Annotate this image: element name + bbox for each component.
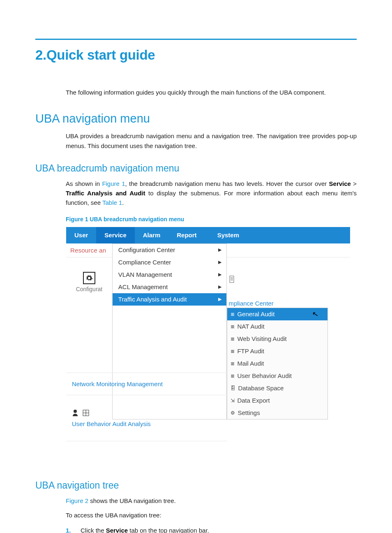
sm-user-behavior-audit[interactable]: ≣User Behavior Audit — [227, 370, 327, 382]
link-figure-1[interactable]: Figure 1 — [102, 180, 125, 187]
intro-para: The following information guides you qui… — [66, 88, 357, 97]
bold-service-2: Service — [106, 527, 128, 533]
section1-para: UBA provides a breadcrumb navigation men… — [66, 131, 357, 151]
chevron-right-icon: ▶ — [218, 247, 221, 253]
sub2-p2: To access the UBA navigation tree: — [66, 510, 357, 520]
sm-label: NAT Audit — [237, 323, 264, 330]
dd-acl-management[interactable]: ACL Management▶ — [113, 281, 227, 293]
menu-alarm[interactable]: Alarm — [135, 227, 169, 243]
txt: shows the UBA navigation tree. — [88, 497, 176, 504]
txt: tab on the top navigation bar. — [128, 527, 209, 533]
chevron-right-icon: ▶ — [218, 260, 221, 265]
txt: > — [351, 180, 357, 187]
configurat-label: Configurat — [76, 286, 103, 292]
step-1: 1. Click the Service tab on the top navi… — [66, 526, 357, 533]
txt: Click the — [81, 527, 106, 533]
gear-icon: ⚙ — [231, 410, 235, 416]
chevron-right-icon: ▶ — [218, 297, 221, 302]
sm-data-export[interactable]: ⇲Data Export — [227, 394, 327, 407]
txt: . — [122, 199, 124, 206]
list-icon: ≣ — [231, 361, 235, 366]
export-icon: ⇲ — [231, 398, 235, 403]
resource-cell[interactable]: Resource an — [66, 243, 112, 257]
svg-rect-0 — [230, 276, 234, 283]
cell-label: User Behavior Audit Analysis — [72, 420, 227, 427]
configurat-cell[interactable]: Configurat — [66, 257, 112, 307]
sm-database-space[interactable]: 🗄Database Space — [227, 382, 327, 394]
menu-report[interactable]: Report — [168, 227, 205, 243]
resource-label: Resource an — [70, 247, 106, 254]
dd-label: Compliance Center — [118, 259, 171, 266]
doc-icon — [229, 276, 235, 284]
link-figure-2[interactable]: Figure 2 — [66, 497, 88, 504]
cursor-icon: ↖ — [312, 309, 320, 319]
sm-label: Settings — [238, 409, 260, 416]
svg-point-4 — [74, 410, 77, 413]
menu-service[interactable]: Service — [96, 227, 134, 243]
database-icon: 🗄 — [231, 385, 235, 391]
top-rule — [35, 39, 357, 40]
cell-network-monitoring[interactable]: Network Monitoring Management — [66, 373, 227, 395]
gear-icon — [83, 272, 95, 284]
sub1-para: As shown in Figure 1, the breadcrumb nav… — [66, 179, 357, 208]
partial-compliance-text: mpliance Center — [228, 300, 273, 307]
dd-traffic-analysis-audit[interactable]: Traffic Analysis and Audit▶ — [113, 293, 227, 306]
dd-label: Traffic Analysis and Audit — [118, 296, 187, 303]
list-icon: ≣ — [231, 373, 235, 379]
list-icon: ≣ — [231, 348, 235, 354]
sm-label: FTP Audit — [237, 348, 264, 355]
sm-label: General Audit — [237, 311, 274, 317]
subsection-breadcrumb: UBA breadcrumb navigation menu — [35, 163, 357, 174]
list-icon: ≣ — [231, 311, 235, 317]
subsection-nav-tree: UBA navigation tree — [35, 480, 357, 491]
link-table-1[interactable]: Table 1 — [102, 199, 122, 206]
sm-nat-audit[interactable]: ≣NAT Audit — [227, 320, 327, 333]
sm-settings[interactable]: ⚙Settings — [227, 407, 327, 419]
chapter-title: 2.Quick start guide — [35, 47, 357, 63]
step-number: 1. — [66, 526, 73, 533]
traffic-submenu: ≣General Audit↖ ≣NAT Audit ≣Web Visiting… — [227, 308, 328, 419]
dd-label: VLAN Management — [118, 271, 172, 278]
sm-label: Web Visiting Audit — [237, 335, 286, 342]
menubar: User Service Alarm Report System — [66, 227, 350, 243]
cell-user-behavior-audit-analysis[interactable]: User Behavior Audit Analysis — [66, 395, 227, 441]
dd-label: ACL Management — [118, 283, 168, 290]
dd-vlan-management[interactable]: VLAN Management▶ — [113, 269, 227, 281]
dd-compliance-center[interactable]: Compliance Center▶ — [113, 256, 227, 269]
user-icon — [72, 409, 80, 417]
list-icon: ≣ — [231, 336, 235, 342]
menu-user[interactable]: User — [66, 227, 96, 243]
bold-traffic: Traffic Analysis and Audit — [66, 190, 145, 197]
section-uba-nav-menu: UBA navigation menu — [35, 112, 357, 125]
list-icon: ≣ — [231, 324, 235, 329]
sm-label: Database Space — [238, 385, 284, 392]
txt: , the breadcrumb navigation menu has two… — [125, 180, 329, 187]
txt: As shown in — [66, 180, 102, 187]
menu-system[interactable]: System — [205, 227, 247, 243]
step-text: Click the Service tab on the top navigat… — [81, 526, 209, 533]
sm-mail-audit[interactable]: ≣Mail Audit — [227, 357, 327, 370]
sm-ftp-audit[interactable]: ≣FTP Audit — [227, 345, 327, 357]
sm-web-visiting-audit[interactable]: ≣Web Visiting Audit — [227, 333, 327, 345]
sm-label: Mail Audit — [237, 360, 264, 367]
dd-label: Configuration Center — [118, 246, 175, 253]
grid-icon — [83, 410, 89, 416]
chevron-right-icon: ▶ — [218, 272, 221, 277]
chevron-right-icon: ▶ — [218, 284, 221, 290]
sm-general-audit[interactable]: ≣General Audit↖ — [227, 308, 327, 320]
dd-config-center[interactable]: Configuration Center▶ — [113, 244, 227, 256]
right-panel: mpliance Center ≣General Audit↖ ≣NAT Aud… — [227, 243, 350, 419]
sm-label: User Behavior Audit — [237, 372, 292, 379]
sm-label: Data Export — [237, 397, 270, 404]
figure-1-caption: Figure 1 UBA breadcrumb navigation menu — [66, 216, 357, 222]
sub2-p1: Figure 2 shows the UBA navigation tree. — [66, 496, 357, 505]
figure-1: User Service Alarm Report System Resourc… — [66, 227, 350, 463]
bold-service: Service — [329, 180, 351, 187]
